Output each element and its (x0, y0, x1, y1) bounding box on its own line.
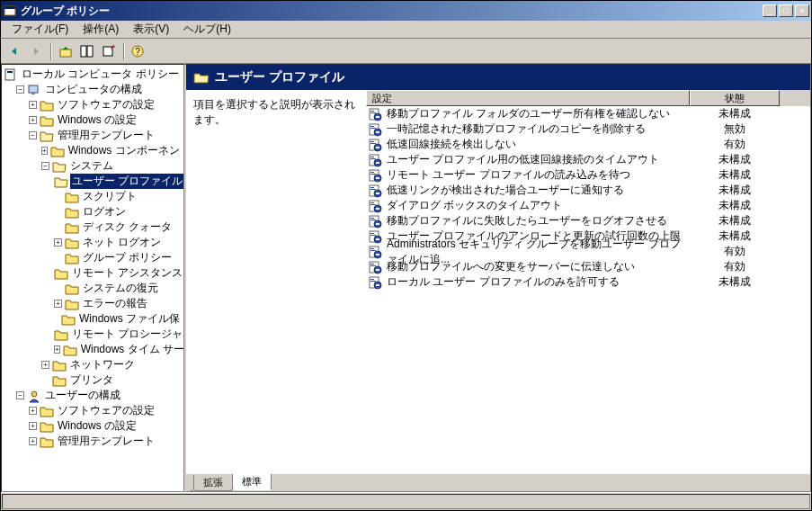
svg-rect-10 (29, 85, 38, 93)
expand-icon[interactable]: + (29, 437, 37, 445)
forward-button[interactable] (26, 41, 46, 61)
show-hide-tree-button[interactable] (77, 41, 97, 61)
svg-rect-72 (376, 284, 379, 286)
list-item[interactable]: ローカル ユーザー プロファイルのみを許可する未構成 (366, 274, 810, 290)
svg-rect-54 (370, 233, 374, 234)
folder-icon (40, 113, 54, 128)
tree-item[interactable]: +Windows コンポーネント (41, 143, 182, 158)
tree-item[interactable]: スクリプト (54, 189, 182, 204)
tree-panel[interactable]: ローカル コンピュータ ポリシー − コンピュータの構成 +ソフトウェアの設定 … (1, 64, 184, 492)
back-button[interactable] (4, 41, 24, 61)
setting-state: 未構成 (690, 213, 780, 229)
setting-state: 未構成 (690, 183, 780, 198)
statusbar (1, 492, 811, 510)
expand-icon[interactable]: + (29, 101, 37, 109)
menu-action[interactable]: 操作(A) (76, 20, 126, 39)
svg-rect-25 (370, 143, 376, 144)
collapse-icon[interactable]: − (41, 162, 49, 170)
svg-rect-35 (370, 174, 376, 175)
tree-item[interactable]: リモート アシスタンス (54, 265, 182, 281)
list-body[interactable]: 移動プロファイル フォルダのユーザー所有権を確認しない未構成一時記憶された移動プ… (366, 106, 810, 473)
setting-label: 移動プロファイル フォルダのユーザー所有権を確認しない (387, 106, 670, 121)
maximize-button[interactable]: □ (779, 4, 793, 17)
tree-item[interactable]: +Windows タイム サー (54, 342, 182, 357)
expand-icon[interactable]: + (54, 345, 60, 354)
menu-view[interactable]: 表示(V) (126, 20, 176, 39)
list-item[interactable]: Administrators セキュリティ グループを移動ユーザー プロファイル… (366, 244, 810, 259)
collapse-icon[interactable]: − (16, 391, 24, 399)
expand-icon[interactable]: + (41, 147, 48, 155)
collapse-icon[interactable]: − (29, 131, 37, 139)
column-state[interactable]: 状態 (690, 90, 780, 106)
help-button[interactable]: ? (129, 41, 148, 61)
tree-item[interactable]: +Windows の設定 (29, 112, 182, 128)
column-setting[interactable]: 設定 (366, 90, 690, 106)
tab-standard[interactable]: 標準 (232, 474, 272, 490)
svg-rect-2 (60, 49, 71, 57)
expand-icon[interactable]: + (29, 407, 37, 415)
policy-setting-icon (368, 107, 382, 121)
expand-icon[interactable]: + (29, 116, 37, 124)
list-item[interactable]: 移動プロファイルへの変更をサーバーに伝達しない有効 (366, 259, 810, 274)
tab-extended[interactable]: 拡張 (193, 475, 233, 491)
tree-item[interactable]: グループ ポリシー (54, 250, 182, 265)
details-header: ユーザー プロファイル (186, 65, 810, 90)
tree-item[interactable]: +ソフトウェアの設定 (29, 403, 182, 418)
close-button[interactable]: × (795, 4, 809, 17)
tree-item[interactable]: +ソフトウェアの設定 (29, 97, 182, 112)
expand-icon[interactable]: + (54, 300, 62, 308)
tree-root[interactable]: ローカル コンピュータ ポリシー (4, 67, 182, 82)
tree-user-config[interactable]: − ユーザーの構成 (16, 388, 182, 403)
expand-icon[interactable]: + (41, 361, 49, 369)
up-button[interactable] (56, 41, 76, 61)
tree-item[interactable]: +管理用テンプレート (29, 434, 182, 449)
svg-rect-59 (370, 248, 374, 249)
svg-rect-50 (370, 220, 376, 220)
toolbar-separator (123, 42, 124, 60)
details-title: ユーザー プロファイル (215, 69, 344, 85)
svg-rect-19 (370, 126, 374, 127)
list-item[interactable]: 低速回線接続を検出しない有効 (366, 137, 810, 152)
tree-item[interactable]: Windows ファイル保 (54, 311, 182, 327)
list-item[interactable]: リモート ユーザー プロファイルの読み込みを待つ未構成 (366, 167, 810, 183)
list-item[interactable]: 一時記憶された移動プロファイルのコピーを削除する無効 (366, 121, 810, 137)
tree-item[interactable]: システムの復元 (54, 281, 182, 296)
tree-item[interactable]: +ネット ログオン (54, 235, 182, 250)
list-item[interactable]: 低速リンクが検出された場合ユーザーに通知する未構成 (366, 183, 810, 198)
svg-rect-34 (370, 172, 374, 173)
folder-open-icon (40, 129, 54, 143)
tree-item[interactable]: ディスク クォータ (54, 220, 182, 235)
list-item[interactable]: 移動プロファイル フォルダのユーザー所有権を確認しない未構成 (366, 106, 810, 121)
minimize-button[interactable]: _ (763, 4, 777, 17)
setting-label: 移動プロファイルへの変更をサーバーに伝達しない (387, 259, 635, 274)
policy-icon (4, 67, 18, 82)
menu-help[interactable]: ヘルプ(H) (176, 20, 238, 39)
folder-icon (65, 220, 79, 235)
tree-item[interactable]: +ネットワーク (41, 357, 182, 372)
tree-item[interactable]: プリンタ (41, 372, 182, 388)
svg-text:?: ? (135, 47, 140, 57)
collapse-icon[interactable]: − (16, 85, 24, 94)
tree-item[interactable]: リモート プロシージャ (54, 327, 182, 342)
tree-item[interactable]: +Windows の設定 (29, 418, 182, 434)
tree-computer-config[interactable]: − コンピュータの構成 (16, 82, 182, 97)
svg-rect-64 (370, 264, 374, 264)
tree-item[interactable]: +エラーの報告 (54, 296, 182, 311)
folder-icon (65, 297, 79, 311)
folder-icon (40, 98, 54, 112)
svg-rect-8 (5, 69, 14, 80)
export-list-button[interactable] (99, 41, 119, 61)
expand-icon[interactable]: + (29, 422, 37, 430)
list-item[interactable]: ダイアログ ボックスのタイムアウト未構成 (366, 198, 810, 213)
tree-item[interactable]: −管理用テンプレート (29, 128, 182, 143)
tree-item-selected[interactable]: ユーザー プロファイル (54, 174, 182, 189)
list-item[interactable]: ユーザー プロファイル用の低速回線接続のタイムアウト未構成 (366, 152, 810, 167)
folder-icon (65, 205, 79, 220)
menu-file[interactable]: ファイル(F) (4, 20, 76, 39)
policy-setting-icon (368, 122, 382, 137)
expand-icon[interactable]: + (54, 238, 62, 247)
tree-item[interactable]: −システム (41, 158, 182, 174)
tree-item[interactable]: ログオン (54, 204, 182, 220)
policy-setting-icon (368, 275, 382, 290)
list-item[interactable]: 移動プロファイルに失敗したらユーザーをログオフさせる未構成 (366, 213, 810, 229)
